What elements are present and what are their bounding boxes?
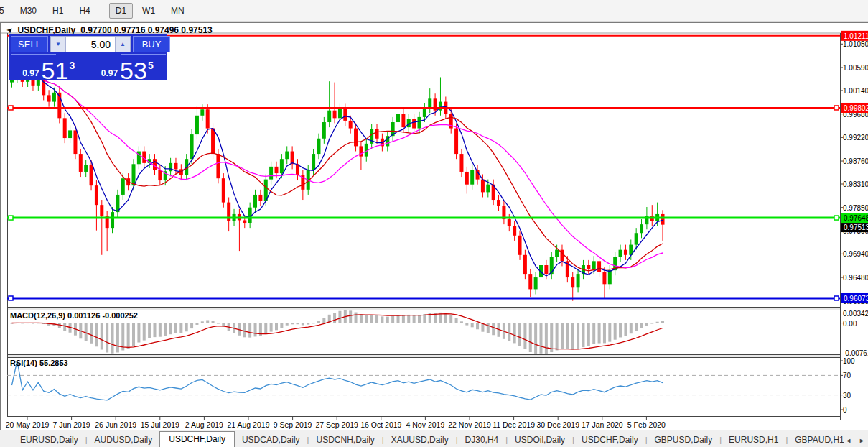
macd-histogram-bar xyxy=(106,323,108,353)
mt4-window: 5M30H1H4D1W1MN 1.010501.005901.001400.99… xyxy=(0,0,868,447)
macd-histogram-bar xyxy=(174,323,177,333)
macd-histogram-bar xyxy=(650,323,653,324)
tabs-host: EURUSD,Daily|AUDUSD,DailyUSDCHF,DailyUSD… xyxy=(13,431,851,447)
macd-histogram-bar xyxy=(302,323,304,326)
macd-histogram-bar xyxy=(418,315,421,323)
chart-tab-eurusd-h1[interactable]: EURUSD,H1 xyxy=(722,433,785,447)
macd-histogram-bar xyxy=(391,316,394,323)
rsi-axis-label: 100 xyxy=(843,357,855,365)
macd-histogram-bar xyxy=(455,318,458,323)
lot-size-input[interactable] xyxy=(66,36,115,52)
macd-histogram-bar xyxy=(132,323,135,346)
candlestick xyxy=(513,226,516,236)
candlestick xyxy=(100,205,103,216)
candlestick xyxy=(111,212,114,228)
macd-histogram-bar xyxy=(582,323,584,348)
candlestick xyxy=(121,178,125,195)
date-axis-label: 4 Nov 2019 xyxy=(406,420,445,429)
buy-price[interactable]: 0.97 53 5 xyxy=(90,57,166,81)
chart-tab-usdoil-daily[interactable]: USDOil,Daily xyxy=(508,433,572,447)
lot-decrease-button[interactable]: ▼ xyxy=(50,36,66,52)
chart-canvas[interactable]: 1.010501.005901.001400.996800.992200.987… xyxy=(1,23,868,431)
macd-histogram-bar xyxy=(365,315,368,323)
pane-splitter[interactable] xyxy=(7,355,840,357)
macd-histogram-bar xyxy=(63,323,66,331)
chart-tab-gbpusd-daily[interactable]: GBPUSD,Daily xyxy=(648,433,720,447)
candlestick xyxy=(222,178,225,202)
macd-histogram-bar xyxy=(360,314,363,323)
timeframe-button-5[interactable]: 5 xyxy=(0,3,11,19)
timeframe-button-mn[interactable]: MN xyxy=(164,3,191,19)
chart-tab-usdcad-daily[interactable]: USDCAD,Daily xyxy=(235,433,307,447)
line-handle[interactable] xyxy=(9,106,13,110)
macd-histogram-bar xyxy=(101,323,103,350)
macd-histogram-bar xyxy=(640,323,643,328)
line-handle[interactable] xyxy=(834,106,839,110)
candlestick xyxy=(90,165,93,185)
candlestick xyxy=(619,250,622,257)
chart-tab-dj30-h4[interactable]: DJ30,H4 xyxy=(458,433,506,447)
chart-tab-usdcnh-daily[interactable]: USDCNH,Daily xyxy=(309,433,381,447)
timeframe-button-m30[interactable]: M30 xyxy=(14,3,43,19)
macd-histogram-bar xyxy=(85,323,88,341)
line-handle[interactable] xyxy=(834,216,839,220)
candlestick xyxy=(555,250,559,257)
tab-scroll-left-icon[interactable]: ◄ xyxy=(845,437,851,444)
sell-price-prefix: 0.97 xyxy=(22,68,39,78)
candlestick xyxy=(661,214,665,225)
date-axis-label: 5 Feb 2020 xyxy=(627,420,666,429)
tab-scroll-right-icon[interactable]: ► xyxy=(859,437,865,444)
chart-tab-gbpaud-h1[interactable]: GBPAUD,H1 xyxy=(788,433,851,447)
macd-histogram-bar xyxy=(254,323,257,337)
date-axis-label: 27 Sep 2019 xyxy=(315,420,358,429)
rsi-axis-label: 70 xyxy=(843,372,851,379)
sell-price[interactable]: 0.97 51 3 xyxy=(11,57,87,81)
timeframe-button-h1[interactable]: H1 xyxy=(46,3,70,19)
timeframe-button-d1[interactable]: D1 xyxy=(109,3,133,19)
candlestick xyxy=(592,261,596,269)
candlestick xyxy=(317,139,320,154)
sell-price-sup: 3 xyxy=(69,60,75,71)
chart-tab-usdchf-daily[interactable]: USDCHF,Daily xyxy=(159,431,235,447)
buy-button[interactable]: BUY xyxy=(133,36,170,52)
macd-histogram-bar xyxy=(312,323,315,323)
macd-histogram-bar xyxy=(550,323,553,353)
line-handle[interactable] xyxy=(834,296,839,300)
candlestick xyxy=(417,117,421,129)
line-handle[interactable] xyxy=(9,216,13,220)
candlestick xyxy=(571,277,574,287)
chart-window: 1.010501.005901.001400.996800.992200.987… xyxy=(0,22,868,430)
level-price-text: 0.99802 xyxy=(844,104,868,112)
candlestick xyxy=(481,180,485,193)
macd-histogram-bar xyxy=(529,323,532,352)
chart-tab-xauusd-daily[interactable]: XAUUSD,Daily xyxy=(384,433,456,447)
timeframe-button-h4[interactable]: H4 xyxy=(73,3,96,19)
macd-histogram-bar xyxy=(556,323,559,351)
macd-histogram-bar xyxy=(444,313,447,323)
chart-tab-usdchf-daily[interactable]: USDCHF,Daily xyxy=(574,433,645,447)
candlestick xyxy=(95,185,98,205)
price-axis-label: 1.01050 xyxy=(843,40,868,48)
macd-histogram-bar xyxy=(349,310,352,323)
chart-tab-eurusd-daily[interactable]: EURUSD,Daily xyxy=(13,433,85,447)
timeframe-button-w1[interactable]: W1 xyxy=(136,3,162,19)
macd-histogram-bar xyxy=(212,321,215,323)
chart-tab-audusd-daily[interactable]: AUDUSD,Daily xyxy=(88,433,160,447)
line-handle[interactable] xyxy=(9,296,13,300)
candlestick xyxy=(635,233,638,244)
macd-histogram-bar xyxy=(217,323,220,324)
pane-splitter[interactable] xyxy=(7,308,840,310)
candlestick xyxy=(258,195,262,201)
candlestick xyxy=(454,129,458,155)
candlestick xyxy=(465,172,469,185)
macd-histogram-bar xyxy=(397,315,400,323)
candlestick xyxy=(523,255,527,274)
price-axis-label: 1.00140 xyxy=(843,87,868,95)
lot-increase-button[interactable]: ▲ xyxy=(115,36,131,52)
candlestick xyxy=(375,129,379,139)
candlestick xyxy=(211,129,215,155)
sell-button[interactable]: SELL xyxy=(11,36,48,52)
macd-histogram-bar xyxy=(148,323,151,338)
candlestick xyxy=(206,109,210,128)
date-axis-label: 22 Nov 2019 xyxy=(448,420,491,429)
